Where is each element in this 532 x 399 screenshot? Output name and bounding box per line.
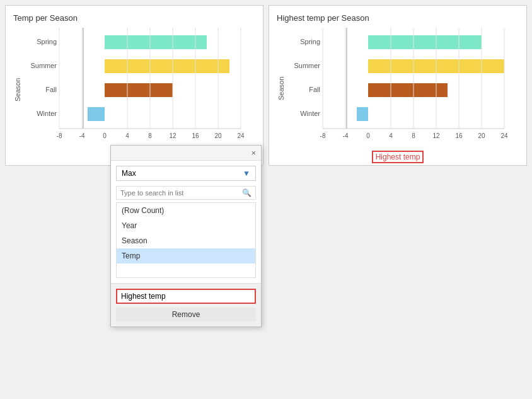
svg-text:24: 24 [500, 132, 508, 139]
svg-text:16: 16 [192, 132, 199, 139]
modal-footer: Remove [111, 283, 261, 327]
modal-close-button[interactable]: × [250, 148, 257, 158]
dropdown-arrow-icon: ▼ [243, 169, 250, 178]
svg-text:4: 4 [125, 132, 129, 139]
svg-text:Fall: Fall [309, 86, 320, 93]
svg-text:Summer: Summer [30, 62, 57, 69]
right-y-axis-label: Season [277, 28, 286, 149]
alias-input[interactable] [116, 289, 256, 304]
left-chart: Temp per Season Season [5, 5, 263, 166]
list-item-temp[interactable]: Temp [117, 248, 255, 263]
list-item-season[interactable]: Season [117, 233, 255, 248]
left-bar-summer [105, 59, 229, 73]
left-bar-fall [105, 83, 173, 97]
svg-text:20: 20 [478, 132, 485, 139]
svg-text:-8: -8 [320, 132, 326, 139]
svg-text:0: 0 [103, 132, 107, 139]
field-search-input[interactable] [120, 189, 242, 197]
modal-body: Max ▼ 🔍 (Row Count) Year Season Temp [111, 161, 261, 283]
left-bar-spring [105, 35, 207, 49]
svg-text:-8: -8 [57, 132, 62, 139]
svg-text:0: 0 [366, 132, 370, 139]
svg-text:20: 20 [214, 132, 222, 139]
left-bar-chart-svg: Spring Summer Fall Winter -8 -4 0 4 8 12… [25, 28, 255, 147]
svg-text:Winter: Winter [300, 110, 320, 117]
svg-text:16: 16 [455, 132, 463, 139]
right-chart: Highest temp per Season Season [269, 5, 527, 166]
left-y-axis-label: Season [13, 28, 22, 151]
svg-text:Winter: Winter [37, 110, 57, 117]
field-search-box: 🔍 [116, 186, 256, 200]
right-x-axis-label: Highest temp [372, 151, 424, 163]
svg-text:Fall: Fall [45, 86, 57, 93]
right-bar-winter [357, 107, 368, 121]
svg-text:24: 24 [237, 132, 245, 139]
remove-button[interactable]: Remove [116, 308, 256, 321]
svg-text:Spring: Spring [37, 38, 57, 45]
search-icon: 🔍 [242, 188, 252, 197]
svg-text:12: 12 [432, 132, 440, 139]
dropdown-selected-value: Max [122, 169, 243, 178]
svg-text:8: 8 [412, 132, 415, 139]
list-item-rowcount[interactable]: (Row Count) [117, 203, 255, 218]
right-bar-fall [368, 83, 448, 97]
right-bars-container: Spring Summer Fall Winter -8 -4 0 4 8 12… [288, 28, 519, 149]
right-chart-title: Highest temp per Season [277, 13, 519, 23]
aggregation-dropdown[interactable]: Max ▼ [116, 166, 256, 181]
right-bar-chart-svg: Spring Summer Fall Winter -8 -4 0 4 8 12… [288, 28, 519, 147]
field-list: (Row Count) Year Season Temp [116, 202, 256, 278]
alias-row [116, 289, 256, 304]
svg-text:8: 8 [148, 132, 152, 139]
svg-text:-4: -4 [79, 132, 85, 139]
left-bar-winter [88, 107, 105, 121]
svg-text:Spring: Spring [300, 38, 320, 45]
left-chart-title: Temp per Season [13, 13, 255, 23]
svg-text:12: 12 [169, 132, 176, 139]
svg-text:-4: -4 [343, 132, 349, 139]
list-item-year[interactable]: Year [117, 218, 255, 233]
left-bars-container: Spring Summer Fall Winter -8 -4 0 4 8 12… [25, 28, 255, 151]
right-bar-spring [368, 35, 482, 49]
modal-header: × [111, 146, 261, 161]
field-editor-modal: × Max ▼ 🔍 (Row Count) Year Season Temp R… [110, 145, 262, 327]
svg-text:Summer: Summer [294, 62, 320, 69]
svg-text:4: 4 [389, 132, 393, 139]
